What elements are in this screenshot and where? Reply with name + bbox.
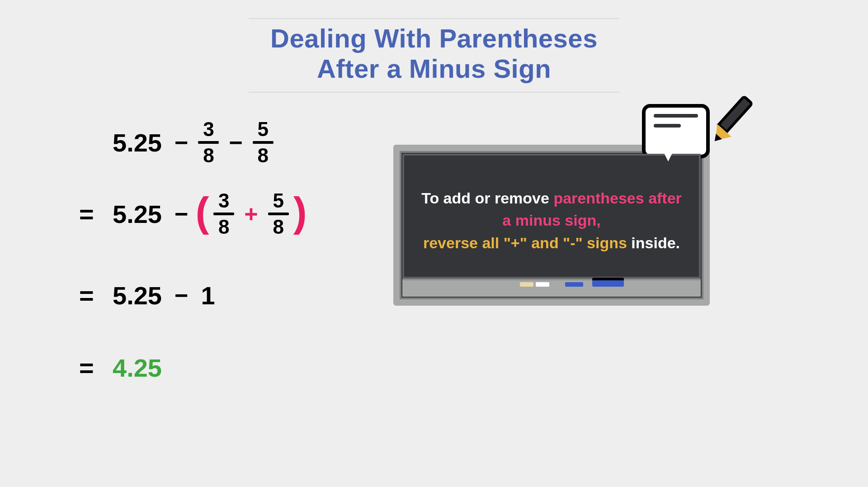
text-line-icon (654, 114, 698, 118)
title-rule-bottom (249, 92, 619, 93)
math-step-answer: = 4.25 (79, 343, 308, 392)
fraction-3-8: 3 8 (213, 191, 234, 237)
math-steps: 5.25 − 3 8 − 5 8 = 5.25 − ( 3 8 + 5 8 ) (79, 118, 308, 424)
chalk-icon (536, 282, 549, 287)
value: 1 (201, 281, 215, 310)
rule-text-part: To add or remove (421, 189, 553, 207)
plus-sign: + (244, 200, 258, 227)
denominator: 8 (258, 144, 269, 165)
equals-sign: = (79, 353, 106, 383)
pencil-icon (704, 95, 758, 151)
math-step-2: = 5.25 − ( 3 8 + 5 8 ) (79, 189, 308, 239)
value: 5.25 (113, 281, 162, 310)
fraction-5-8: 5 8 (253, 119, 274, 165)
numerator: 5 (258, 119, 269, 141)
value: 5.25 (113, 128, 162, 157)
open-paren: ( (195, 189, 209, 236)
denominator: 8 (218, 215, 229, 237)
minus-sign: − (229, 129, 242, 156)
chalk-icon (565, 282, 583, 287)
fraction-5-8: 5 8 (268, 191, 289, 237)
minus-sign: − (175, 129, 188, 156)
title-line-1: Dealing With Parentheses (270, 24, 598, 53)
denominator: 8 (273, 215, 283, 237)
numerator: 3 (203, 119, 214, 141)
rule-text-highlight: reverse all "+" and "-" signs (423, 234, 627, 251)
title-line-2: After a Minus Sign (317, 54, 551, 83)
minus-sign: − (175, 200, 188, 227)
board-frame: To add or remove parentheses after a min… (393, 145, 710, 306)
equals-sign: = (79, 281, 106, 310)
math-step-3: = 5.25 − 1 (79, 270, 308, 320)
close-paren: ) (293, 189, 307, 236)
minus-sign: − (175, 282, 188, 309)
rule-text: To add or remove parentheses after a min… (418, 187, 685, 254)
page-title-block: Dealing With Parentheses After a Minus S… (0, 18, 868, 93)
board-surface: To add or remove parentheses after a min… (402, 154, 701, 279)
numerator: 5 (273, 191, 283, 213)
value: 5.25 (113, 199, 162, 229)
rule-board: To add or remove parentheses after a min… (393, 145, 710, 306)
fraction-3-8: 3 8 (198, 119, 219, 165)
math-step-1: 5.25 − 3 8 − 5 8 (79, 118, 308, 167)
board-tray (402, 279, 701, 297)
rule-text-part: inside. (627, 234, 680, 251)
numerator: 3 (218, 191, 229, 213)
answer-value: 4.25 (113, 353, 162, 383)
eraser-icon (592, 278, 624, 287)
page-title: Dealing With Parentheses After a Minus S… (0, 19, 868, 92)
text-line-icon (654, 124, 681, 128)
denominator: 8 (203, 144, 214, 165)
equals-sign: = (79, 199, 106, 229)
speech-bubble-icon (642, 104, 710, 158)
chalk-icon (520, 282, 533, 287)
